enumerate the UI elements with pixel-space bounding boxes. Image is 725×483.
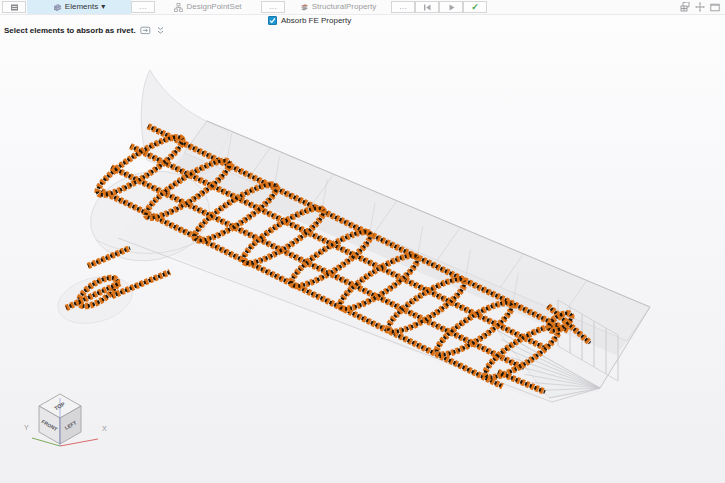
step-tab-elements[interactable]: Elements ▾ xyxy=(27,0,131,14)
structuralproperty-more-button[interactable]: … xyxy=(391,1,415,13)
elements-more-button[interactable]: … xyxy=(131,1,155,13)
pan-icon[interactable] xyxy=(695,2,705,12)
step-label: StructuralProperty xyxy=(312,3,376,11)
list-icon xyxy=(10,3,19,12)
elements-icon xyxy=(53,3,62,12)
structural-property-icon xyxy=(300,3,309,12)
x-axis-label: X xyxy=(102,425,107,432)
cue-prompt: Select elements to absorb as rivet. xyxy=(4,26,165,35)
confirm-button[interactable]: ✓ xyxy=(463,1,487,13)
skip-to-start-icon xyxy=(422,3,432,12)
view-orientation-triad[interactable]: TOP FRONT LEFT Y X xyxy=(8,386,118,468)
selection-view-icon[interactable] xyxy=(140,26,152,35)
panel-menu-button[interactable] xyxy=(2,1,26,13)
application-window: Elements ▾ … DesignPointSet … Structural… xyxy=(0,0,725,483)
absorb-fe-property-checkbox[interactable] xyxy=(268,16,277,25)
designpointset-more-button[interactable]: … xyxy=(261,1,285,13)
go-to-first-step-button[interactable] xyxy=(415,1,439,13)
step-label: DesignPointSet xyxy=(186,3,241,11)
step-label: Elements xyxy=(65,3,98,11)
multi-view-icon[interactable] xyxy=(680,2,690,12)
view-controls xyxy=(680,2,725,12)
absorb-fe-property-label: Absorb FE Property xyxy=(281,16,351,25)
options-row: Absorb FE Property xyxy=(268,16,351,25)
maximize-icon[interactable] xyxy=(710,3,720,12)
play-icon xyxy=(447,3,456,12)
wizard-toolbar: Elements ▾ … DesignPointSet … Structural… xyxy=(0,0,725,15)
next-step-button[interactable] xyxy=(439,1,463,13)
expand-more-icon[interactable] xyxy=(156,26,165,35)
prompt-text: Select elements to absorb as rivet. xyxy=(4,26,136,35)
design-point-set-icon xyxy=(174,3,183,12)
step-tab-structuralproperty[interactable]: StructuralProperty xyxy=(285,0,391,14)
step-tab-designpointset[interactable]: DesignPointSet xyxy=(155,0,261,14)
chevron-down-icon: ▾ xyxy=(101,3,105,11)
y-axis-label: Y xyxy=(24,424,29,431)
